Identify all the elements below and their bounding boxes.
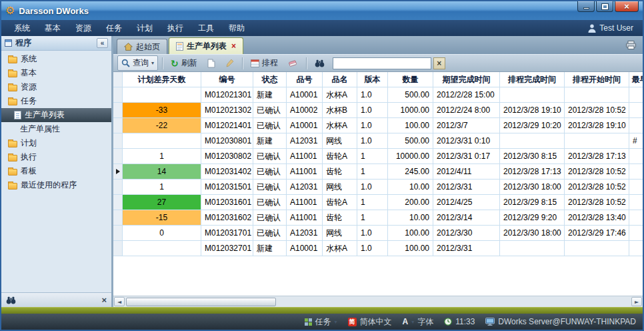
cell[interactable]: 2012/3/28 10:52 <box>565 103 629 118</box>
table-row[interactable]: M012032701新建A10001水杯A1.0100.002012/3/31 <box>113 241 643 256</box>
cell[interactable]: M012021302 <box>201 103 253 118</box>
cell[interactable]: 2012/3/28 17:13 <box>565 149 629 164</box>
scroll-left-arrow[interactable]: ◄ <box>114 297 125 306</box>
column-header[interactable]: 期望完成时间 <box>433 72 500 87</box>
cell[interactable]: 网线 <box>323 226 357 241</box>
cell[interactable]: 1000.00 <box>388 103 433 118</box>
cell[interactable]: M012030801 <box>201 133 253 149</box>
cell[interactable]: 已确认 <box>253 103 287 118</box>
row-selector[interactable] <box>113 195 123 210</box>
menu-item-5[interactable]: 执行 <box>160 21 191 36</box>
tab-production-orders[interactable]: 生产单列表 × <box>169 37 243 54</box>
row-selector[interactable] <box>113 210 123 226</box>
clear-schedule-button[interactable] <box>284 57 302 69</box>
column-header[interactable]: 计划差异天数 <box>123 72 201 87</box>
column-header[interactable]: 最早开始时间 <box>629 72 643 87</box>
cell[interactable]: 已确认 <box>253 210 287 226</box>
cell[interactable]: 100.00 <box>388 226 433 241</box>
column-header[interactable]: 品名 <box>323 72 357 87</box>
cell[interactable]: 2012/3/28 17:13 <box>500 164 565 180</box>
edit-button[interactable] <box>221 57 238 69</box>
cell[interactable]: M012031602 <box>201 210 253 226</box>
cell[interactable]: 10.00 <box>388 210 433 226</box>
search-input[interactable] <box>333 57 431 69</box>
table-row[interactable]: 14M012031402已确认A11001齿轮1245.002012/4/112… <box>113 164 643 180</box>
cell[interactable]: A11001 <box>287 149 323 164</box>
cell[interactable]: 2012/3/28 13:40 <box>565 210 629 226</box>
table-row[interactable]: M012030801新建A12031网线1.0500.002012/3/31 0… <box>113 133 643 149</box>
menu-item-1[interactable]: 基本 <box>37 21 68 36</box>
column-header[interactable]: 编号 <box>201 72 253 87</box>
cell[interactable] <box>629 149 643 164</box>
statusbar-language[interactable]: 简 简体中文 <box>348 316 392 328</box>
cell[interactable]: 新建 <box>253 133 287 149</box>
binoculars-icon[interactable] <box>6 296 16 304</box>
cell[interactable]: 2012/3/31 0:17 <box>433 149 500 164</box>
scroll-right-arrow[interactable]: ► <box>631 297 642 306</box>
cell[interactable]: 新建 <box>253 87 287 103</box>
row-selector[interactable] <box>113 149 123 164</box>
cell[interactable]: 500.00 <box>388 87 433 103</box>
cell[interactable]: 2012/3/29 9:20 <box>500 210 565 226</box>
sidebar-item[interactable]: 生产单列表 <box>1 108 111 122</box>
find-button[interactable] <box>311 57 329 69</box>
sidebar-item[interactable]: 看板 <box>1 164 111 178</box>
cell[interactable]: 齿轮A <box>323 195 357 210</box>
cell[interactable]: M012031501 <box>201 180 253 195</box>
column-header[interactable]: 数量 <box>388 72 433 87</box>
cell[interactable]: 100.00 <box>388 118 433 133</box>
cell-plan-diff-days[interactable]: 1 <box>123 180 201 195</box>
table-row[interactable]: 27M012031601已确认A11001齿轮A1200.002012/4/25… <box>113 195 643 210</box>
query-button[interactable]: 查询 ▾ <box>117 55 158 71</box>
cell[interactable]: 2012/3/30 18:00 <box>500 226 565 241</box>
cell[interactable]: 1.0 <box>357 118 388 133</box>
cell[interactable]: 2012/3/31 <box>433 241 500 256</box>
cell[interactable]: 已确认 <box>253 164 287 180</box>
cell[interactable]: 2012/2/24 8:00 <box>433 103 500 118</box>
menu-item-0[interactable]: 系统 <box>7 21 37 36</box>
new-button[interactable] <box>203 57 219 70</box>
cell[interactable]: 2012/3/29 17:46 <box>565 226 629 241</box>
cell-plan-diff-days[interactable] <box>123 87 201 103</box>
cell[interactable]: 已确认 <box>253 118 287 133</box>
cell[interactable]: A11001 <box>287 210 323 226</box>
cell[interactable]: 1 <box>357 164 388 180</box>
sidebar-item[interactable]: 最近使用的程序 <box>1 178 111 192</box>
cell[interactable]: 245.00 <box>388 164 433 180</box>
tab-close-icon[interactable]: × <box>231 42 236 50</box>
menu-item-2[interactable]: 资源 <box>68 21 99 36</box>
cell[interactable]: 2012/3/30 8:15 <box>500 149 565 164</box>
refresh-button[interactable]: ↻ 刷新 <box>167 55 201 71</box>
row-selector[interactable] <box>113 133 123 149</box>
cell[interactable]: 齿轮 <box>323 210 357 226</box>
row-selector[interactable] <box>113 87 123 103</box>
cell[interactable]: 2012/4/11 <box>433 164 500 180</box>
cell[interactable]: 2012/3/28 19:10 <box>500 103 565 118</box>
cell[interactable]: 水杯A <box>323 118 357 133</box>
cell-plan-diff-days[interactable]: -15 <box>123 210 201 226</box>
cell[interactable]: A12031 <box>287 226 323 241</box>
cell[interactable]: A10001 <box>287 87 323 103</box>
cell[interactable]: A11001 <box>287 164 323 180</box>
table-row[interactable]: 1M012030802已确认A11001齿轮A110000.002012/3/3… <box>113 149 643 164</box>
cell[interactable]: 500.00 <box>388 133 433 149</box>
menu-item-4[interactable]: 计划 <box>129 21 160 36</box>
cell[interactable]: 2012/3/31 <box>433 180 500 195</box>
table-row[interactable]: -33M012021302已确认A10002水杯B1.01000.002012/… <box>113 103 643 118</box>
cell[interactable] <box>629 118 643 133</box>
maximize-button[interactable] <box>596 1 613 12</box>
cell-plan-diff-days[interactable]: -22 <box>123 118 201 133</box>
horizontal-scrollbar[interactable]: ◄ ► <box>113 296 643 307</box>
cell-plan-diff-days[interactable]: 1 <box>123 149 201 164</box>
cell[interactable] <box>629 103 643 118</box>
column-header[interactable]: 版本 <box>357 72 388 87</box>
cell[interactable]: 已确认 <box>253 226 287 241</box>
tab-home[interactable]: 起始页 <box>117 39 167 54</box>
cell[interactable]: # <box>629 133 643 149</box>
cell[interactable]: 2012/4/25 <box>433 195 500 210</box>
cell[interactable]: M012030802 <box>201 149 253 164</box>
search-clear-button[interactable]: × <box>433 57 445 69</box>
row-selector[interactable] <box>113 180 123 195</box>
statusbar-font[interactable]: A ▾ 字体 <box>403 316 434 328</box>
cell[interactable]: 网线 <box>323 180 357 195</box>
